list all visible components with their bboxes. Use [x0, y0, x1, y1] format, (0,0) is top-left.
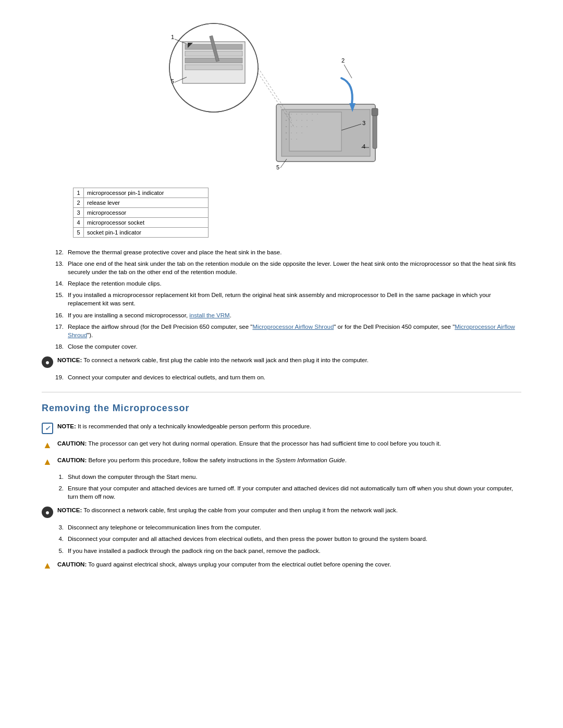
- step-16: 16. If you are installing a second micro…: [42, 311, 521, 319]
- step-19-num: 19.: [42, 373, 68, 381]
- caution-box-2: ▲ CAUTION: Before you perform this proce…: [42, 456, 521, 467]
- removing-step-5-text: If you have installed a padlock through …: [68, 547, 521, 555]
- step-18-num: 18.: [42, 342, 68, 351]
- caution-text-2: CAUTION: Before you perform this procedu…: [57, 456, 521, 464]
- removing-step-3: 3. Disconnect any telephone or telecommu…: [42, 523, 521, 532]
- airflow-shroud-link-650[interactable]: Microprocessor Airflow Shroud: [252, 324, 334, 330]
- section-title-removing: Removing the Microprocessor: [42, 403, 521, 414]
- step-14-text: Replace the retention module clips.: [68, 279, 521, 288]
- removing-step-3-text: Disconnect any telephone or telecommunic…: [68, 523, 521, 532]
- removing-step-4-num: 4.: [42, 535, 68, 543]
- step-16-text: If you are installing a second microproc…: [68, 311, 521, 319]
- caution-icon-final: ▲: [42, 560, 53, 572]
- note-icon-removing: ✓: [42, 423, 53, 434]
- svg-rect-36: [286, 139, 287, 140]
- caution-box-1: ▲ CAUTION: The processor can get very ho…: [42, 439, 521, 451]
- step-14: 14. Replace the retention module clips.: [42, 279, 521, 288]
- svg-rect-4: [185, 58, 242, 63]
- step-19-text: Connect your computer and devices to ele…: [68, 373, 521, 381]
- notice-box-removing: ● NOTICE: To disconnect a network cable,…: [42, 506, 521, 518]
- caution-content-2: Before you perform this procedure, follo…: [88, 457, 346, 463]
- legend-label: microprocessor pin-1 indicator: [84, 188, 209, 198]
- steps-section-removing: 1. Shut down the computer through the St…: [42, 473, 521, 501]
- svg-text:2: 2: [341, 57, 345, 64]
- svg-rect-41: [372, 108, 378, 116]
- removing-step-1-text: Shut down the computer through the Start…: [68, 473, 521, 481]
- step-19: 19. Connect your computer and devices to…: [42, 373, 521, 381]
- removing-step-4: 4. Disconnect your computer and all atta…: [42, 535, 521, 543]
- step-17: 17. Replace the airflow shroud (for the …: [42, 323, 521, 339]
- removing-step-4-text: Disconnect your computer and all attache…: [68, 535, 521, 543]
- caution-content-final: To guard against electrical shock, alway…: [88, 561, 391, 567]
- svg-text:4: 4: [362, 143, 365, 150]
- step-18: 18. Close the computer cover.: [42, 342, 521, 351]
- diagram-section: 1 5: [42, 10, 521, 177]
- notice-text-removing: NOTICE: To disconnect a network cable, f…: [57, 506, 521, 514]
- step-15: 15. If you installed a microprocessor re…: [42, 291, 521, 307]
- svg-rect-39: [289, 112, 341, 151]
- section-divider: [42, 392, 521, 392]
- legend-row: 4microprocessor socket: [74, 218, 209, 228]
- removing-step-1-num: 1.: [42, 473, 68, 481]
- caution-content-1: The processor can get very hot during no…: [88, 440, 441, 447]
- notice-icon-removing: ●: [42, 507, 53, 518]
- legend-row: 1microprocessor pin-1 indicator: [74, 188, 209, 198]
- legend-num: 3: [74, 208, 84, 218]
- legend-row: 5socket pin-1 indicator: [74, 228, 209, 238]
- removing-step-1: 1. Shut down the computer through the St…: [42, 473, 521, 481]
- step-13: 13. Place one end of the heat sink under…: [42, 260, 521, 276]
- caution-label-2: CAUTION:: [57, 457, 87, 463]
- legend-label: microprocessor: [84, 208, 209, 218]
- legend-num: 4: [74, 218, 84, 228]
- step-13-num: 13.: [42, 260, 68, 276]
- svg-line-43: [258, 68, 292, 120]
- caution-label-final: CAUTION:: [57, 561, 87, 567]
- removing-step-5-num: 5.: [42, 547, 68, 555]
- svg-rect-27: [286, 126, 287, 127]
- notice-text-top: NOTICE: To connect a network cable, firs…: [57, 356, 521, 364]
- steps-section-removing-continued: 3. Disconnect any telephone or telecommu…: [42, 523, 521, 554]
- legend-num: 2: [74, 198, 84, 208]
- step-12-num: 12.: [42, 248, 68, 256]
- svg-rect-21: [286, 120, 287, 121]
- note-text-removing: NOTE: It is recommended that only a tech…: [57, 422, 521, 430]
- step-12-text: Remove the thermal grease protective cov…: [68, 248, 521, 256]
- removing-step-2-num: 2.: [42, 484, 68, 501]
- svg-line-47: [344, 65, 352, 78]
- install-vrm-link[interactable]: install the VRM: [189, 312, 229, 318]
- svg-rect-5: [185, 65, 242, 70]
- notice-content-removing: To disconnect a network cable, first unp…: [83, 507, 398, 513]
- legend-table: 1microprocessor pin-1 indicator2release …: [73, 188, 209, 238]
- removing-step-5: 5. If you have installed a padlock throu…: [42, 547, 521, 555]
- legend-num: 5: [74, 228, 84, 238]
- removing-step-2-text: Ensure that your computer and attached d…: [68, 484, 521, 501]
- caution-text-1: CAUTION: The processor can get very hot …: [57, 439, 521, 448]
- legend-row: 2release lever: [74, 198, 209, 208]
- legend-num: 1: [74, 188, 84, 198]
- legend-row: 3microprocessor: [74, 208, 209, 218]
- step-13-text: Place one end of the heat sink under the…: [68, 260, 521, 276]
- step-15-num: 15.: [42, 291, 68, 307]
- note-label-removing: NOTE:: [57, 423, 76, 429]
- svg-text:5: 5: [276, 164, 279, 170]
- caution-text-final: CAUTION: To guard against electrical sho…: [57, 560, 521, 569]
- svg-rect-32: [286, 132, 287, 133]
- step-17-text: Replace the airflow shroud (for the Dell…: [68, 323, 521, 339]
- svg-text:3: 3: [362, 120, 365, 126]
- step-15-text: If you installed a microprocessor replac…: [68, 291, 521, 307]
- notice-label-removing: NOTICE:: [57, 507, 82, 513]
- notice-content-top: To connect a network cable, first plug t…: [83, 357, 369, 363]
- notice-icon-top: ●: [42, 356, 53, 368]
- caution-box-final: ▲ CAUTION: To guard against electrical s…: [42, 560, 521, 572]
- removing-step-3-num: 3.: [42, 523, 68, 532]
- legend-label: release lever: [84, 198, 209, 208]
- step-12: 12. Remove the thermal grease protective…: [42, 248, 521, 256]
- step-18-text: Close the computer cover.: [68, 342, 521, 351]
- caution-label-1: CAUTION:: [57, 440, 87, 447]
- step-17-num: 17.: [42, 323, 68, 339]
- removing-step-2: 2. Ensure that your computer and attache…: [42, 484, 521, 501]
- notice-label-top: NOTICE:: [57, 357, 82, 363]
- caution-icon-2: ▲: [42, 456, 53, 467]
- caution-icon-1: ▲: [42, 439, 53, 451]
- svg-rect-14: [286, 114, 287, 115]
